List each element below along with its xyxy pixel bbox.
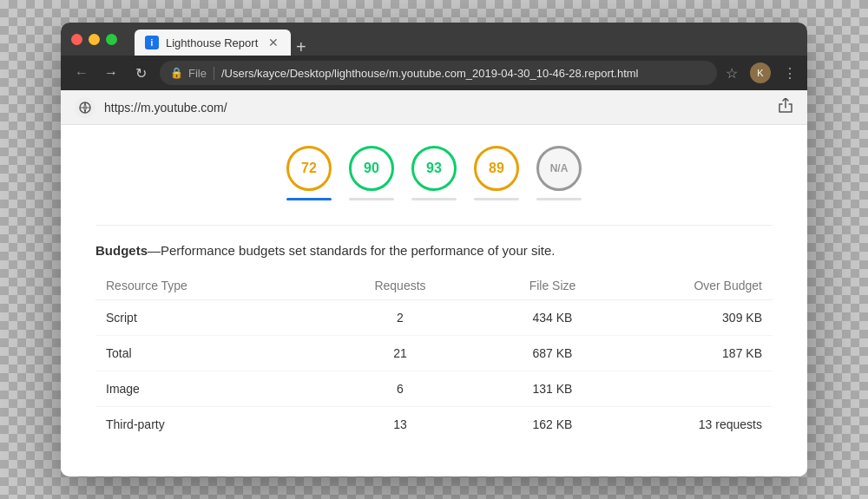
table-row: Third-party 13 162 KB 13 requests bbox=[95, 407, 773, 443]
col-header-requests: Requests bbox=[332, 272, 468, 300]
col-header-file-size: File Size bbox=[468, 272, 637, 300]
browser-window: i Lighthouse Report ✕ + ← → ↻ 🔒 File /Us… bbox=[61, 23, 807, 476]
address-input[interactable]: 🔒 File /Users/kayce/Desktop/lighthouse/m… bbox=[160, 61, 717, 85]
tab-area: i Lighthouse Report ✕ + bbox=[135, 23, 306, 56]
lock-icon: 🔒 bbox=[170, 67, 183, 79]
share-icon[interactable] bbox=[778, 98, 793, 117]
score-tab-pwa[interactable] bbox=[536, 198, 582, 200]
score-seo[interactable]: 89 bbox=[474, 146, 519, 191]
scores-tabs bbox=[95, 198, 773, 200]
score-pwa-value: N/A bbox=[550, 162, 569, 174]
cell-filesize-script: 434 KB bbox=[468, 300, 637, 336]
score-performance[interactable]: 72 bbox=[286, 146, 332, 191]
cell-requests-image: 6 bbox=[332, 371, 468, 407]
tab-close-icon[interactable]: ✕ bbox=[266, 36, 280, 49]
reload-button[interactable]: ↻ bbox=[130, 65, 151, 82]
close-button[interactable] bbox=[71, 34, 82, 45]
table-row: Total 21 687 KB 187 KB bbox=[95, 336, 773, 371]
score-best-practices[interactable]: 93 bbox=[411, 146, 457, 191]
table-row: Image 6 131 KB bbox=[95, 371, 773, 407]
cell-filesize-thirdparty: 162 KB bbox=[468, 407, 637, 443]
title-bar: i Lighthouse Report ✕ + bbox=[61, 23, 807, 56]
cell-resource-thirdparty: Third-party bbox=[95, 407, 332, 443]
cell-overbudget-total: 187 KB bbox=[637, 336, 773, 371]
file-label: File bbox=[188, 67, 214, 80]
cell-resource-script: Script bbox=[95, 300, 332, 336]
cell-filesize-total: 687 KB bbox=[468, 336, 637, 371]
table-row: Script 2 434 KB 309 KB bbox=[95, 300, 773, 336]
new-tab-button[interactable]: + bbox=[296, 38, 306, 56]
active-tab[interactable]: i Lighthouse Report ✕ bbox=[135, 30, 291, 56]
score-best-practices-value: 93 bbox=[426, 161, 442, 176]
url-bar-url: https://m.youtube.com/ bbox=[104, 101, 769, 115]
cell-overbudget-thirdparty: 13 requests bbox=[637, 407, 773, 443]
score-seo-value: 89 bbox=[489, 161, 504, 176]
site-icon bbox=[75, 97, 95, 118]
budget-table: Resource Type Requests File Size Over Bu… bbox=[95, 272, 773, 442]
score-accessibility[interactable]: 90 bbox=[349, 146, 394, 191]
address-url-text: /Users/kayce/Desktop/lighthouse/m.youtub… bbox=[221, 67, 707, 80]
maximize-button[interactable] bbox=[106, 34, 117, 45]
minimize-button[interactable] bbox=[89, 34, 100, 45]
budgets-section: Budgets—Performance budgets set standard… bbox=[95, 225, 773, 442]
cell-overbudget-script: 309 KB bbox=[637, 300, 773, 336]
menu-icon[interactable]: ⋮ bbox=[783, 65, 797, 82]
budgets-header-text: —Performance budgets set standards for t… bbox=[148, 243, 555, 258]
cell-overbudget-image bbox=[637, 371, 773, 407]
toolbar-icons: ☆ K ⋮ bbox=[726, 62, 797, 83]
cell-resource-image: Image bbox=[95, 371, 332, 407]
page-content: 72 90 93 89 N/A Budgets bbox=[61, 125, 807, 476]
score-tab-accessibility[interactable] bbox=[349, 198, 394, 200]
forward-button[interactable]: → bbox=[101, 65, 122, 81]
col-header-over-budget: Over Budget bbox=[637, 272, 773, 300]
cell-requests-script: 2 bbox=[332, 300, 468, 336]
table-header-row: Resource Type Requests File Size Over Bu… bbox=[95, 272, 773, 300]
user-avatar[interactable]: K bbox=[750, 62, 771, 83]
score-accessibility-value: 90 bbox=[364, 161, 379, 176]
cell-requests-thirdparty: 13 bbox=[332, 407, 468, 443]
star-icon[interactable]: ☆ bbox=[726, 65, 738, 82]
score-tab-seo[interactable] bbox=[474, 198, 519, 200]
tab-favicon: i bbox=[145, 36, 159, 49]
back-button[interactable]: ← bbox=[71, 65, 92, 81]
cell-filesize-image: 131 KB bbox=[468, 371, 637, 407]
score-tab-performance[interactable] bbox=[286, 198, 332, 200]
url-bar: https://m.youtube.com/ bbox=[61, 90, 807, 125]
tab-title: Lighthouse Report bbox=[166, 36, 260, 49]
table-body: Script 2 434 KB 309 KB Total 21 687 KB 1… bbox=[95, 300, 773, 443]
score-tab-best-practices[interactable] bbox=[411, 198, 457, 200]
score-performance-value: 72 bbox=[301, 161, 317, 176]
budgets-header-bold: Budgets bbox=[95, 243, 148, 258]
address-bar: ← → ↻ 🔒 File /Users/kayce/Desktop/lighth… bbox=[61, 56, 807, 90]
budgets-header: Budgets—Performance budgets set standard… bbox=[95, 243, 773, 258]
traffic-lights bbox=[71, 34, 117, 45]
scores-row: 72 90 93 89 N/A bbox=[95, 146, 773, 191]
col-header-resource-type: Resource Type bbox=[95, 272, 332, 300]
score-pwa[interactable]: N/A bbox=[536, 146, 582, 191]
cell-resource-total: Total bbox=[95, 336, 332, 371]
cell-requests-total: 21 bbox=[332, 336, 468, 371]
